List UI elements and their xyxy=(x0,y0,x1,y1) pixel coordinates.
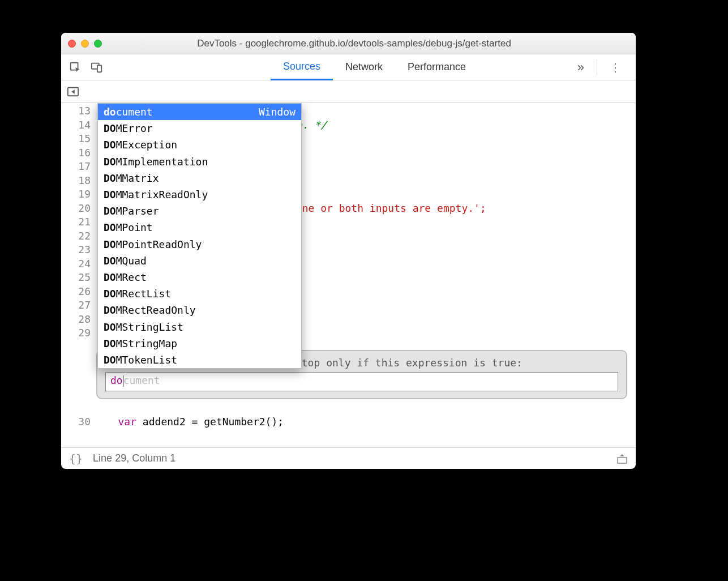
autocomplete-rest: cument xyxy=(116,106,153,118)
autocomplete-rest: MQuad xyxy=(116,255,147,267)
autocomplete-rest: MMatrix xyxy=(116,172,159,184)
autocomplete-match: DO xyxy=(104,255,116,267)
autocomplete-item[interactable]: DOMPoint xyxy=(98,219,301,236)
autocomplete-rest: MException xyxy=(116,139,177,151)
autocomplete-match: do xyxy=(104,106,116,118)
autocomplete-rest: MParser xyxy=(116,205,159,217)
line-number[interactable]: 23 xyxy=(61,243,91,257)
code-editor[interactable]: 13 14 15 16 17 18 19 20 21 22 23 24 25 2… xyxy=(61,103,636,447)
code-line-30: 30 var addend2 = getNumber2(); xyxy=(61,416,636,428)
conditional-breakpoint-input[interactable]: document xyxy=(105,372,618,391)
autocomplete-item[interactable]: DOMException xyxy=(98,136,301,153)
tabbar: Sources Network Performance » ⋮ xyxy=(61,54,636,80)
toggle-navigator-icon[interactable] xyxy=(67,86,79,97)
tab-sources[interactable]: Sources xyxy=(271,54,333,80)
autocomplete-rest: MTokenList xyxy=(116,354,177,366)
autocomplete-match: DO xyxy=(104,288,116,300)
autocomplete-item[interactable]: DOMTokenList xyxy=(98,352,301,368)
tab-network[interactable]: Network xyxy=(333,54,395,80)
tab-performance[interactable]: Performance xyxy=(395,54,478,80)
line-number[interactable]: 18 xyxy=(61,174,91,188)
line-number[interactable]: 20 xyxy=(61,202,91,216)
autocomplete-item[interactable]: DOMQuad xyxy=(98,253,301,269)
input-typed-text: do xyxy=(110,374,123,386)
autocomplete-match: DO xyxy=(104,221,116,233)
autocomplete-rest: MMatrixReadOnly xyxy=(116,189,208,200)
autocomplete-match: DO xyxy=(104,238,116,250)
autocomplete-item[interactable]: DOMRect xyxy=(98,269,301,285)
autocomplete-item[interactable]: DOMMatrix xyxy=(98,170,301,186)
line-number[interactable]: 15 xyxy=(61,132,91,146)
line-number[interactable]: 16 xyxy=(61,146,91,160)
autocomplete-rest: MImplementation xyxy=(116,156,208,168)
autocomplete-rest: MRectReadOnly xyxy=(116,304,196,316)
line-number[interactable]: 19 xyxy=(61,187,91,202)
autocomplete-item[interactable]: DOMRectList xyxy=(98,285,301,302)
autocomplete-item[interactable]: DOMImplementation xyxy=(98,153,301,170)
autocomplete-match: DO xyxy=(104,338,116,349)
show-drawer-icon[interactable] xyxy=(616,453,628,464)
svg-rect-2 xyxy=(97,65,101,72)
pretty-print-button[interactable]: {} xyxy=(69,452,83,465)
code-text: var addend2 = getNumber2(); xyxy=(95,416,284,428)
line-number[interactable]: 25 xyxy=(61,271,91,285)
autocomplete-match: DO xyxy=(104,139,116,151)
line-number[interactable]: 28 xyxy=(61,313,91,327)
close-window-button[interactable] xyxy=(68,40,76,48)
autocomplete-rest: MStringList xyxy=(116,321,183,333)
zoom-window-button[interactable] xyxy=(94,40,102,48)
autocomplete-match: DO xyxy=(104,304,116,316)
line-number[interactable]: 29 xyxy=(61,326,91,340)
sources-toolbar xyxy=(61,80,636,103)
autocomplete-rest: MPoint xyxy=(116,221,153,233)
panel-tabs: Sources Network Performance xyxy=(112,54,478,80)
autocomplete-item[interactable]: DOMMatrixReadOnly xyxy=(98,186,301,203)
autocomplete-match: DO xyxy=(104,189,116,200)
inspect-element-icon[interactable] xyxy=(67,59,84,76)
autocomplete-rest: MPointReadOnly xyxy=(116,238,202,250)
autocomplete-hint: Window xyxy=(259,106,296,118)
autocomplete-match: DO xyxy=(104,156,116,168)
line-number[interactable]: 17 xyxy=(61,160,91,174)
input-ghost-text: cument xyxy=(123,374,160,386)
line-number[interactable]: 13 xyxy=(61,104,91,118)
statusbar: {} Line 29, Column 1 xyxy=(61,447,636,469)
devtools-window: DevTools - googlechrome.github.io/devtoo… xyxy=(61,33,636,469)
autocomplete-match: DO xyxy=(104,122,116,134)
autocomplete-match: DO xyxy=(104,172,116,184)
traffic-lights xyxy=(68,40,102,48)
autocomplete-rest: MStringMap xyxy=(116,338,177,349)
settings-menu-button[interactable]: ⋮ xyxy=(602,61,630,74)
minimize-window-button[interactable] xyxy=(81,40,89,48)
autocomplete-rest: MRectList xyxy=(116,288,172,300)
line-number[interactable]: 26 xyxy=(61,285,91,299)
line-number[interactable]: 24 xyxy=(61,257,91,271)
line-number[interactable]: 14 xyxy=(61,118,91,133)
autocomplete-item[interactable]: DOMRectReadOnly xyxy=(98,302,301,318)
device-toolbar-icon[interactable] xyxy=(88,59,105,76)
window-title: DevTools - googlechrome.github.io/devtoo… xyxy=(108,38,601,49)
cursor-position: Line 29, Column 1 xyxy=(93,452,175,464)
line-gutter[interactable]: 13 14 15 16 17 18 19 20 21 22 23 24 25 2… xyxy=(61,103,95,447)
autocomplete-popup[interactable]: documentWindowDOMErrorDOMExceptionDOMImp… xyxy=(97,103,302,369)
autocomplete-rest: MError xyxy=(116,122,153,134)
autocomplete-item[interactable]: DOMError xyxy=(98,120,301,136)
line-number[interactable]: 30 xyxy=(61,416,95,428)
titlebar: DevTools - googlechrome.github.io/devtoo… xyxy=(61,33,636,54)
autocomplete-rest: MRect xyxy=(116,271,147,283)
autocomplete-match: DO xyxy=(104,271,116,283)
autocomplete-item[interactable]: DOMStringList xyxy=(98,318,301,335)
autocomplete-match: DO xyxy=(104,354,116,366)
autocomplete-match: DO xyxy=(104,205,116,217)
autocomplete-match: DO xyxy=(104,321,116,333)
autocomplete-item[interactable]: documentWindow xyxy=(98,104,301,120)
autocomplete-item[interactable]: DOMParser xyxy=(98,203,301,219)
tabs-overflow-button[interactable]: » xyxy=(569,60,592,75)
line-number[interactable]: 21 xyxy=(61,215,91,229)
line-number[interactable]: 27 xyxy=(61,298,91,313)
svg-rect-4 xyxy=(618,458,627,463)
autocomplete-item[interactable]: DOMStringMap xyxy=(98,335,301,352)
autocomplete-item[interactable]: DOMPointReadOnly xyxy=(98,236,301,253)
line-number[interactable]: 22 xyxy=(61,229,91,243)
divider xyxy=(597,59,597,75)
